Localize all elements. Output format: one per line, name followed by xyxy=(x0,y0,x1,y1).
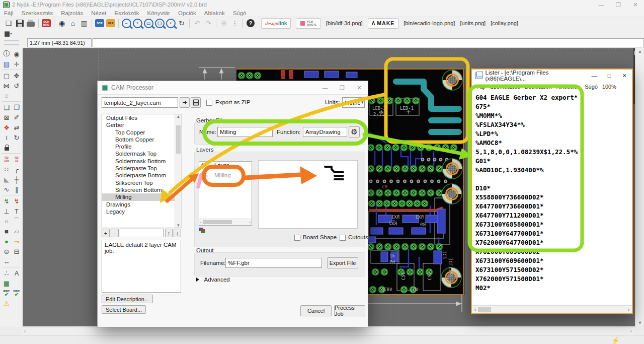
errors-tool[interactable]: ⚠ xyxy=(2,298,12,308)
tree-item-soldermask-bottom[interactable]: Soldermask Bottom xyxy=(102,158,182,165)
delete-tool[interactable]: ⊠ xyxy=(2,112,12,122)
hole-tool[interactable]: ⊥ xyxy=(2,206,12,216)
tree-item-solderpaste-top[interactable]: Solderpaste Top xyxy=(102,165,182,172)
filename-field[interactable]: %FF.gbr xyxy=(225,258,322,268)
lister-menu-0[interactable]: Fájl xyxy=(476,84,486,90)
zoom-out-icon[interactable]: − xyxy=(121,18,132,28)
sinus-tool[interactable]: ∿ xyxy=(2,184,12,194)
units-label[interactable]: [units.png] xyxy=(460,20,486,26)
via-tool[interactable]: ● xyxy=(2,236,12,246)
output-files-tree[interactable]: Output FilesGerberTop CopperBottom Coppe… xyxy=(102,114,182,228)
group-select-tool[interactable]: ▢ xyxy=(2,71,12,81)
lock-tool[interactable] xyxy=(2,143,12,153)
move-down-button[interactable]: ↓ xyxy=(174,229,181,237)
grid-icon[interactable]: ▦▾ xyxy=(4,30,15,37)
ripup-tool[interactable]: ↯ xyxy=(12,196,22,206)
autorouter-tool[interactable]: A xyxy=(12,268,22,278)
origin-tool[interactable]: ┼ xyxy=(12,174,22,184)
library-icon[interactable]: ▥ xyxy=(78,18,90,28)
sch-brd-icon[interactable]: SCHBRD xyxy=(41,18,52,28)
polygon-tool[interactable]: ▱ xyxy=(12,226,22,236)
cam-minimize-button[interactable]: — xyxy=(316,81,334,94)
mark-tool[interactable]: ✛ xyxy=(12,59,22,69)
options-dots-icon[interactable]: ⋮ xyxy=(229,18,240,28)
route-tool[interactable]: ↯ xyxy=(2,196,12,206)
lister-titlebar[interactable]: Lister - [e:\Program Files (x86)\EAGLE\.… xyxy=(472,70,632,82)
redraw-icon[interactable]: ↻ xyxy=(176,18,187,28)
lister-menu-4[interactable]: Súgó xyxy=(585,84,598,90)
menu-item-7[interactable]: Ablakok xyxy=(200,10,229,16)
scr-icon[interactable]: SCR xyxy=(94,18,105,28)
command-input[interactable] xyxy=(93,38,644,47)
undo-icon[interactable]: ↶ xyxy=(192,18,203,28)
zoom-fit-icon[interactable]: ▢ xyxy=(154,18,165,28)
save-icon[interactable] xyxy=(14,18,25,28)
drc-tool[interactable]: DRC✔ xyxy=(12,288,22,298)
miter-tool[interactable]: ╭ xyxy=(12,164,22,174)
advanced-disclosure[interactable]: Advanced xyxy=(196,277,230,283)
layers-row-milling[interactable]: 46 Milling xyxy=(199,170,252,180)
help-icon[interactable]: ? xyxy=(245,18,256,28)
design-link-button[interactable]: designlink xyxy=(261,18,291,29)
pcb-quote-button[interactable]: PCBQUOTE xyxy=(296,18,321,29)
frame-tool[interactable]: ▦ xyxy=(2,278,12,288)
print-icon[interactable] xyxy=(25,18,36,28)
select-board-button[interactable]: Select Board... xyxy=(102,305,146,314)
layer-colors-icon[interactable] xyxy=(199,228,206,234)
copy-tool[interactable]: ❏ xyxy=(2,102,12,112)
zoom-window-icon[interactable]: ▭ xyxy=(143,18,154,28)
lister-content[interactable]: G04 EAGLE Gerber X2 export* G75* %MOMM*%… xyxy=(473,93,631,304)
save-job-button[interactable] xyxy=(191,97,201,108)
menu-item-3[interactable]: Nézet xyxy=(87,10,110,16)
tree-item-gerber[interactable]: Gerber xyxy=(102,121,182,128)
zoom-in-icon[interactable]: + xyxy=(132,18,143,28)
cancel-button[interactable]: Cancel xyxy=(300,305,332,316)
export-file-button[interactable]: Export File xyxy=(327,257,358,268)
miter-fill-tool[interactable]: ◣ xyxy=(2,174,12,184)
mirror-tool[interactable]: ⋈ xyxy=(2,81,12,91)
split-tool[interactable]: ∥ xyxy=(12,184,22,194)
lister-close-button[interactable]: ✕ xyxy=(617,70,632,82)
stop-icon[interactable]: ⊖ xyxy=(218,18,229,28)
open-icon[interactable]: ❏ xyxy=(3,18,14,28)
export-zip-checkbox[interactable] xyxy=(206,100,212,106)
image-export-icon[interactable]: ◉ xyxy=(56,18,67,28)
cam-close-button[interactable]: ✕ xyxy=(351,81,368,94)
function-gear-button[interactable]: ⚙ xyxy=(349,126,360,137)
dimension-tool[interactable]: ↔ xyxy=(2,256,12,266)
ecadio-logo-label[interactable]: [bin/ecadio-logo.png] xyxy=(404,20,455,26)
menu-item-6[interactable]: Opciók xyxy=(174,10,200,16)
layers-table-hscroll[interactable]: ‹› xyxy=(199,219,252,225)
lister-maximize-button[interactable]: □ xyxy=(602,70,617,82)
rect-tool[interactable]: ■ xyxy=(2,226,12,236)
idf-3d-label[interactable]: [bin/idf-3d.png] xyxy=(326,20,363,26)
pad-tool[interactable]: ⊜ xyxy=(2,246,12,256)
move-up-button[interactable]: ↑ xyxy=(165,229,173,237)
tree-item-silkscreen-bottom[interactable]: Silkscreen Bottom xyxy=(102,186,182,193)
text-tool[interactable]: T xyxy=(12,206,22,216)
rotate-tool[interactable]: ↺ xyxy=(12,81,22,91)
tree-item-solderpaste-bottom[interactable]: Solderpaste Bottom xyxy=(102,172,182,179)
add-output-button[interactable]: + xyxy=(102,229,110,237)
board-shape-checkbox[interactable] xyxy=(294,235,300,241)
signal-tool[interactable]: ∴ xyxy=(2,268,12,278)
menu-item-2[interactable]: Rajzolás xyxy=(57,10,87,16)
menu-item-0[interactable]: Fájl xyxy=(0,10,18,16)
tree-item-milling[interactable]: Milling xyxy=(102,193,182,200)
menu-item-8[interactable]: Súgó xyxy=(229,10,251,16)
circle-tool[interactable]: ○ xyxy=(2,216,12,226)
job-description-box[interactable]: EAGLE default 2 layer CAM job. xyxy=(102,240,181,293)
menu-item-4[interactable]: Eszközök xyxy=(110,10,143,16)
layers-table[interactable]: # Layer 46 Milling ‹› xyxy=(199,161,252,226)
arc-tool[interactable]: ⌒ xyxy=(12,216,22,226)
make-button[interactable]: ΛMAKE xyxy=(368,18,399,29)
redo-icon[interactable]: ↷ xyxy=(203,18,214,28)
tree-item-profile[interactable]: Profile xyxy=(102,143,182,150)
wire-tool[interactable]: ⊸ xyxy=(12,236,22,246)
lister-minimize-button[interactable]: — xyxy=(587,70,602,82)
slice-tool[interactable]: ≀ xyxy=(2,132,12,143)
tree-item-legacy[interactable]: Legacy xyxy=(102,208,182,215)
show-tool[interactable]: ◉ xyxy=(12,49,22,59)
smash-tool[interactable]: R210 xyxy=(12,154,22,164)
zoom-select-icon[interactable]: • xyxy=(165,18,176,28)
